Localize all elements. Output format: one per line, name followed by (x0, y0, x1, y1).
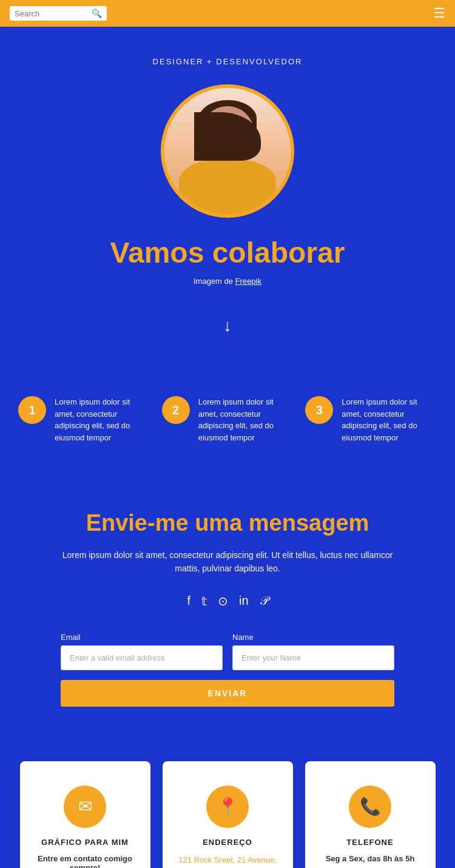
hero-caption-text: Imagem de (194, 277, 235, 286)
header: 🔍 ☰ (0, 0, 455, 27)
pinterest-icon[interactable]: 𝒫 (260, 594, 268, 608)
avatar (161, 84, 294, 218)
address-card-icon: 📍 (206, 786, 249, 828)
form-row: Email Name (61, 633, 394, 670)
card-email: ✉ GRÁFICO PARA MIM Entre em contato comi… (20, 761, 150, 868)
name-input[interactable] (232, 645, 394, 670)
phone-card-icon: 📞 (349, 786, 391, 828)
cards-grid: ✉ GRÁFICO PARA MIM Entre em contato comi… (18, 761, 437, 868)
search-box[interactable]: 🔍 (10, 6, 107, 21)
cards-section: ✉ GRÁFICO PARA MIM Entre em contato comi… (0, 743, 455, 868)
email-field-group: Email (61, 633, 223, 670)
avatar-body (179, 160, 276, 214)
scroll-down-arrow: ↓ (223, 316, 232, 335)
card-address-text: 121 Rock Sreet, 21 Avenue, Nova York, NY… (175, 854, 281, 868)
search-icon: 🔍 (92, 8, 102, 18)
name-field-group: Name (232, 633, 394, 670)
card-phone: 📞 TELEFONE Seg a Sex, das 8h às 5h +1(55… (305, 761, 436, 868)
hero-title: Vamos colaborar (12, 236, 443, 269)
facebook-icon[interactable]: f (187, 594, 190, 608)
step-item-2: 2 Lorem ipsum dolor sit amet, consectetu… (162, 396, 294, 443)
step-item-1: 1 Lorem ipsum dolor sit amet, consectetu… (18, 396, 150, 443)
card-email-title: GRÁFICO PARA MIM (32, 838, 138, 847)
step-item-3: 3 Lorem ipsum dolor sit amet, consectetu… (305, 396, 437, 443)
email-label: Email (61, 633, 223, 642)
search-input[interactable] (15, 9, 88, 18)
steps-section: 1 Lorem ipsum dolor sit amet, consectetu… (0, 372, 455, 480)
step-text-1: Lorem ipsum dolor sit amet, consectetur … (55, 396, 150, 443)
social-icons: f 𝕥 ⊙ in 𝒫 (61, 594, 394, 608)
instagram-icon[interactable]: ⊙ (218, 594, 228, 608)
step-text-3: Lorem ipsum dolor sit amet, consectetur … (342, 396, 437, 443)
step-circle-3: 3 (305, 396, 333, 424)
step-circle-2: 2 (162, 396, 190, 424)
card-address-title: ENDEREÇO (175, 838, 281, 847)
email-card-icon: ✉ (64, 786, 106, 828)
step-text-2: Lorem ipsum dolor sit amet, consectetur … (198, 396, 294, 443)
email-input[interactable] (61, 645, 223, 670)
card-email-text: Entre em contato comigo sempre! (32, 854, 138, 868)
contact-description: Lorem ipsum dolor sit amet, consectetur … (61, 548, 394, 576)
twitter-icon[interactable]: 𝕥 (201, 594, 207, 608)
menu-icon[interactable]: ☰ (433, 5, 445, 21)
contact-section: Envie-me uma mensagem Lorem ipsum dolor … (0, 480, 455, 743)
card-phone-text: Seg a Sex, das 8h às 5h (317, 854, 423, 863)
hero-subtitle: DESIGNER + DESENVOLVEDOR (12, 57, 443, 66)
contact-title: Envie-me uma mensagem (61, 510, 394, 536)
card-address: 📍 ENDEREÇO 121 Rock Sreet, 21 Avenue, No… (163, 761, 293, 868)
hero-section: DESIGNER + DESENVOLVEDOR Vamos colaborar… (0, 27, 455, 372)
hero-caption: Imagem de Freepik (12, 277, 443, 286)
linkedin-icon[interactable]: in (239, 594, 249, 608)
name-label: Name (232, 633, 394, 642)
card-phone-title: TELEFONE (317, 838, 423, 847)
hero-caption-link[interactable]: Freepik (235, 277, 261, 286)
submit-button[interactable]: ENVIAR (61, 680, 394, 707)
step-circle-1: 1 (18, 396, 46, 424)
